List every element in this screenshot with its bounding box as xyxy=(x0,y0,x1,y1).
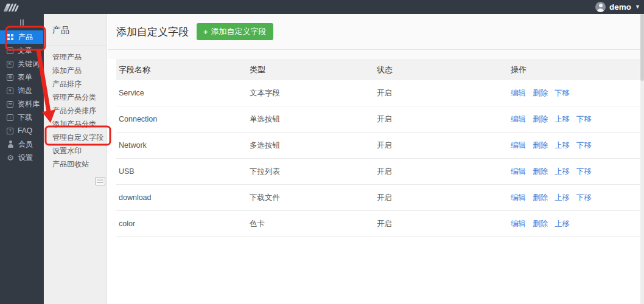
field-type-cell: 下载文件 xyxy=(247,193,374,203)
sidebar-item-inquiries[interactable]: ¥询盘 xyxy=(0,84,43,97)
sidebar-item-library[interactable]: ☰资料库 xyxy=(0,97,43,111)
scrollbar-thumb[interactable] xyxy=(640,14,644,81)
submenu-item-3[interactable]: 管理产品分类 xyxy=(44,91,107,104)
gear-icon: ⚙ xyxy=(7,154,14,161)
action-link-编辑[interactable]: 编辑 xyxy=(511,115,526,123)
user-menu[interactable]: demo ▼ xyxy=(595,0,640,14)
field-type-cell: 下拉列表 xyxy=(247,167,374,177)
action-link-上移[interactable]: 上移 xyxy=(555,167,570,176)
table-row: Connection单选按钮开启编辑删除上移下移 xyxy=(116,106,640,133)
field-status-cell: 开启 xyxy=(374,114,508,125)
action-link-删除[interactable]: 删除 xyxy=(533,115,548,123)
scrollbar-track xyxy=(640,14,644,304)
action-link-上移[interactable]: 上移 xyxy=(555,193,570,202)
action-link-下移[interactable]: 下移 xyxy=(576,167,592,176)
submenu-item-7[interactable]: 设置水印 xyxy=(44,144,107,157)
table-row: download下载文件开启编辑删除上移下移 xyxy=(116,185,640,211)
submenu-item-2[interactable]: 产品排序 xyxy=(44,77,107,91)
row-actions: 编辑删除上移下移 xyxy=(508,167,640,177)
field-name-cell: download xyxy=(116,193,247,202)
document-icon: ≡ xyxy=(7,47,13,54)
sidebar-item-settings[interactable]: ⚙设置 xyxy=(0,151,43,164)
field-name-cell: color xyxy=(116,219,247,228)
sidebar-item-label: 询盘 xyxy=(18,86,32,96)
sidebar-collapse-handle[interactable] xyxy=(0,17,43,28)
row-actions: 编辑删除上移 xyxy=(508,219,640,229)
inquiry-icon: ¥ xyxy=(7,88,13,94)
action-link-下移[interactable]: 下移 xyxy=(576,193,592,202)
action-link-上移[interactable]: 上移 xyxy=(555,115,570,123)
sidebar-item-label: 资料库 xyxy=(18,99,40,109)
sidebar-item-keywords[interactable]: K关键词 xyxy=(0,57,43,71)
table-header-cell: 操作 xyxy=(508,64,640,75)
action-link-编辑[interactable]: 编辑 xyxy=(511,89,526,97)
member-icon xyxy=(7,140,14,148)
sidebar-item-label: FAQ xyxy=(18,126,32,135)
submenu-list: 管理产品添加产品产品排序管理产品分类产品分类排序添加产品分类管理自定义字段设置水… xyxy=(44,46,107,171)
submenu-panel: 产品 管理产品添加产品产品排序管理产品分类产品分类排序添加产品分类管理自定义字段… xyxy=(44,14,107,304)
brand-logo[interactable] xyxy=(4,2,21,12)
table-body: Service文本字段开启编辑删除下移Connection单选按钮开启编辑删除上… xyxy=(116,80,640,237)
field-status-cell: 开启 xyxy=(374,88,508,98)
submenu-title: 产品 xyxy=(44,14,107,46)
grid-icon xyxy=(7,33,14,41)
sidebar-item-label: 产品 xyxy=(18,32,33,43)
chevron-down-icon: ▼ xyxy=(635,4,640,10)
submenu-item-1[interactable]: 添加产品 xyxy=(44,64,107,77)
sidebar-item-label: 文章 xyxy=(18,46,32,56)
action-link-删除[interactable]: 删除 xyxy=(533,141,548,150)
field-type-cell: 文本字段 xyxy=(247,88,374,98)
table-row: color色卡开启编辑删除上移 xyxy=(116,211,640,237)
sidebar-item-label: 关键词 xyxy=(18,59,40,69)
sidebar-item-members[interactable]: 会员 xyxy=(0,137,43,151)
action-link-删除[interactable]: 删除 xyxy=(533,167,548,176)
action-link-编辑[interactable]: 编辑 xyxy=(511,167,526,176)
sidebar-item-downloads[interactable]: ↓下载 xyxy=(0,111,43,124)
titlebar-spacer xyxy=(108,50,644,59)
submenu-item-4[interactable]: 产品分类排序 xyxy=(44,104,107,117)
table-row: Service文本字段开启编辑删除下移 xyxy=(116,80,640,106)
action-link-下移[interactable]: 下移 xyxy=(576,141,592,150)
sidebar-item-faq[interactable]: ?FAQ xyxy=(0,124,43,137)
page-title: 添加自定义字段 xyxy=(116,25,189,39)
field-name-cell: Network xyxy=(116,141,247,150)
custom-fields-table: 字段名称类型状态操作 Service文本字段开启编辑删除下移Connection… xyxy=(116,59,640,237)
row-actions: 编辑删除上移下移 xyxy=(508,193,640,203)
row-actions: 编辑删除上移下移 xyxy=(508,114,640,125)
sidebar-item-forms[interactable]: ≣表单 xyxy=(0,71,43,84)
page-title-bar: 添加自定义字段 + 添加自定义字段 xyxy=(108,14,644,50)
field-name-cell: Connection xyxy=(116,115,247,123)
sidebar-item-articles[interactable]: ≡文章 xyxy=(0,44,43,57)
action-link-编辑[interactable]: 编辑 xyxy=(511,141,526,150)
action-link-编辑[interactable]: 编辑 xyxy=(511,219,526,228)
table-row: Network多选按钮开启编辑删除上移下移 xyxy=(116,133,640,159)
form-icon: ≣ xyxy=(7,74,13,81)
download-icon: ↓ xyxy=(7,114,13,121)
table-header-cell: 类型 xyxy=(247,64,374,75)
field-type-cell: 单选按钮 xyxy=(247,114,374,125)
field-type-cell: 色卡 xyxy=(247,219,374,229)
action-link-上移[interactable]: 上移 xyxy=(555,141,570,150)
library-icon: ☰ xyxy=(7,101,13,108)
action-link-删除[interactable]: 删除 xyxy=(533,89,548,97)
username: demo xyxy=(609,2,631,12)
submenu-item-6[interactable]: 管理自定义字段 xyxy=(44,131,107,144)
action-link-删除[interactable]: 删除 xyxy=(533,193,548,202)
sidebar-item-label: 下载 xyxy=(18,112,32,123)
action-link-下移[interactable]: 下移 xyxy=(576,115,592,123)
submenu-item-8[interactable]: 产品回收站 xyxy=(44,157,107,171)
action-link-删除[interactable]: 删除 xyxy=(533,219,548,228)
sidebar: 产品≡文章K关键词≣表单¥询盘☰资料库↓下载?FAQ会员⚙设置 xyxy=(0,0,44,304)
action-link-编辑[interactable]: 编辑 xyxy=(511,193,526,202)
sidebar-item-label: 表单 xyxy=(18,72,32,83)
sidebar-item-products[interactable]: 产品 xyxy=(0,30,43,44)
add-custom-field-button[interactable]: + 添加自定义字段 xyxy=(197,23,273,40)
row-actions: 编辑删除上移下移 xyxy=(508,140,640,151)
table-header-cell: 字段名称 xyxy=(116,64,247,75)
submenu-item-0[interactable]: 管理产品 xyxy=(44,50,107,64)
action-link-上移[interactable]: 上移 xyxy=(555,219,570,228)
submenu-item-5[interactable]: 添加产品分类 xyxy=(44,117,107,131)
sidebar-item-label: 设置 xyxy=(18,153,33,163)
submenu-collapse-icon[interactable] xyxy=(95,177,105,185)
action-link-下移[interactable]: 下移 xyxy=(555,89,570,97)
